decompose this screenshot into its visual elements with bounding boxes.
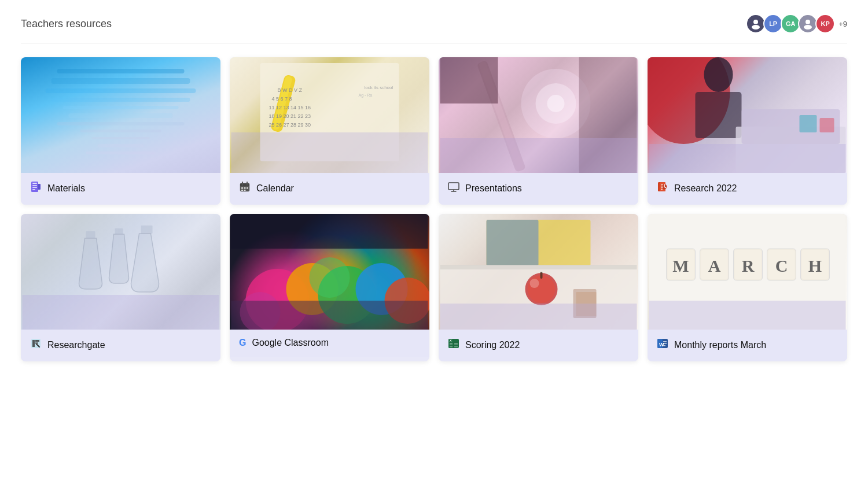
svg-rect-55 — [696, 92, 742, 138]
svg-point-1 — [752, 25, 760, 29]
svg-rect-34 — [240, 185, 249, 186]
card-monthly-reports-footer: W Monthly reports March — [648, 330, 847, 361]
card-calendar[interactable]: B W D V Z 4 5 6 7 8 11 12 13 14 15 16 18… — [230, 57, 429, 205]
card-researchgate-label: Researchgate — [47, 340, 105, 350]
svg-text:4   5   6   7   8: 4 5 6 7 8 — [272, 96, 292, 102]
card-monthly-reports-label: Monthly reports March — [674, 340, 766, 350]
svg-rect-119 — [649, 301, 846, 330]
svg-rect-7 — [52, 98, 190, 102]
svg-rect-67 — [661, 189, 663, 190]
card-google-classroom-footer: G Google Classroom — [230, 330, 429, 357]
svg-rect-8 — [63, 106, 179, 109]
card-researchgate[interactable]: Researchgate — [21, 214, 220, 361]
svg-text:C: C — [775, 256, 788, 275]
svg-rect-83 — [487, 220, 539, 266]
page-title: Teachers resources — [21, 18, 112, 30]
materials-icon — [30, 181, 42, 195]
avatar-3[interactable]: GA — [781, 14, 800, 34]
card-google-classroom[interactable]: G Google Classroom — [230, 214, 429, 361]
svg-rect-12 — [92, 137, 150, 139]
svg-rect-31 — [231, 132, 428, 173]
svg-rect-65 — [661, 186, 663, 187]
svg-rect-10 — [57, 122, 185, 125]
avatar-more-count[interactable]: +9 — [838, 20, 847, 28]
svg-rect-41 — [244, 190, 246, 191]
svg-rect-66 — [661, 187, 663, 188]
svg-rect-92 — [440, 304, 637, 330]
card-scoring2022-image — [439, 214, 638, 330]
card-materials[interactable]: Materials — [21, 57, 220, 205]
svg-rect-11 — [80, 130, 161, 132]
svg-point-2 — [806, 20, 810, 24]
svg-rect-125 — [663, 345, 665, 346]
svg-point-3 — [804, 25, 812, 29]
svg-rect-18 — [32, 187, 37, 188]
monthly-reports-icon: W — [657, 338, 668, 352]
card-google-classroom-label: Google Classroom — [252, 338, 329, 348]
card-research2022-label: Research 2022 — [674, 183, 737, 194]
svg-text:11  12  13  14  15  16: 11 12 13 14 15 16 — [269, 105, 311, 110]
svg-text:lock its school: lock its school — [365, 85, 393, 90]
svg-text:H: H — [808, 256, 822, 275]
resource-grid: Materials B W D V Z 4 5 6 7 8 11 12 13 1… — [0, 57, 868, 382]
svg-rect-16 — [32, 183, 37, 184]
svg-rect-17 — [32, 185, 37, 186]
card-materials-label: Materials — [47, 183, 85, 194]
svg-rect-59 — [820, 118, 834, 132]
card-monthly-reports[interactable]: M A R C — [648, 214, 847, 361]
card-presentations[interactable]: Presentations — [439, 57, 638, 205]
svg-text:R: R — [742, 256, 755, 275]
svg-point-54 — [704, 57, 733, 92]
svg-rect-85 — [440, 265, 637, 269]
svg-rect-37 — [241, 187, 243, 189]
svg-rect-6 — [46, 88, 196, 93]
card-researchgate-footer: Researchgate — [21, 330, 220, 361]
card-calendar-image: B W D V Z 4 5 6 7 8 11 12 13 14 15 16 18… — [230, 57, 429, 173]
svg-text:M: M — [672, 256, 689, 275]
svg-text:18  19  20  21  22  23: 18 19 20 21 22 23 — [269, 113, 311, 119]
presentations-icon — [448, 181, 459, 195]
svg-rect-69 — [115, 228, 123, 234]
svg-rect-68 — [86, 231, 95, 238]
svg-rect-81 — [231, 301, 428, 330]
svg-text:Ag - Ra: Ag - Ra — [359, 93, 373, 98]
svg-rect-80 — [231, 214, 428, 249]
avatar-1[interactable] — [746, 14, 766, 34]
card-materials-footer: Materials — [21, 173, 220, 205]
svg-text:W: W — [659, 342, 664, 347]
svg-rect-14 — [86, 151, 156, 154]
avatar-2[interactable]: LP — [763, 14, 783, 34]
svg-text:25  26  27  28  29  30: 25 26 27 28 29 30 — [269, 122, 311, 128]
svg-text:B  W  D  V  Z: B W D V Z — [278, 87, 303, 93]
card-calendar-footer: Calendar — [230, 173, 429, 205]
card-research2022[interactable]: Research 2022 — [648, 57, 847, 205]
research2022-icon — [657, 181, 668, 195]
svg-rect-71 — [23, 295, 219, 330]
svg-rect-64 — [661, 184, 663, 185]
card-scoring2022[interactable]: X Scoring 2022 — [439, 214, 638, 361]
svg-point-0 — [753, 20, 758, 24]
avatar-group: LP GA KP +9 — [746, 14, 847, 34]
svg-rect-13 — [98, 144, 144, 147]
card-scoring2022-label: Scoring 2022 — [465, 340, 520, 350]
svg-rect-49 — [440, 138, 637, 173]
svg-rect-39 — [247, 187, 248, 189]
svg-text:A: A — [708, 256, 721, 275]
calendar-icon — [239, 181, 251, 195]
google-classroom-icon: G — [239, 338, 246, 348]
svg-rect-99 — [450, 343, 453, 345]
svg-rect-38 — [244, 187, 246, 189]
svg-rect-123 — [663, 341, 667, 342]
card-presentations-image — [439, 57, 638, 173]
svg-point-46 — [547, 95, 565, 112]
svg-rect-9 — [69, 113, 173, 118]
svg-rect-124 — [663, 343, 667, 345]
avatar-5[interactable]: KP — [815, 14, 835, 34]
page-header: Teachers resources LP GA KP +9 — [0, 0, 868, 43]
svg-rect-47 — [440, 57, 498, 103]
avatar-4[interactable] — [798, 14, 818, 34]
researchgate-icon — [30, 338, 42, 352]
svg-rect-101 — [450, 346, 453, 347]
svg-rect-70 — [141, 225, 153, 234]
svg-rect-100 — [454, 343, 458, 345]
